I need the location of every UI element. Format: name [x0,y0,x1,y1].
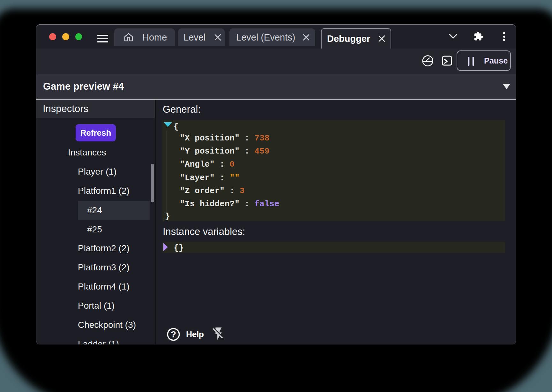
svg-text:?: ? [171,329,176,339]
